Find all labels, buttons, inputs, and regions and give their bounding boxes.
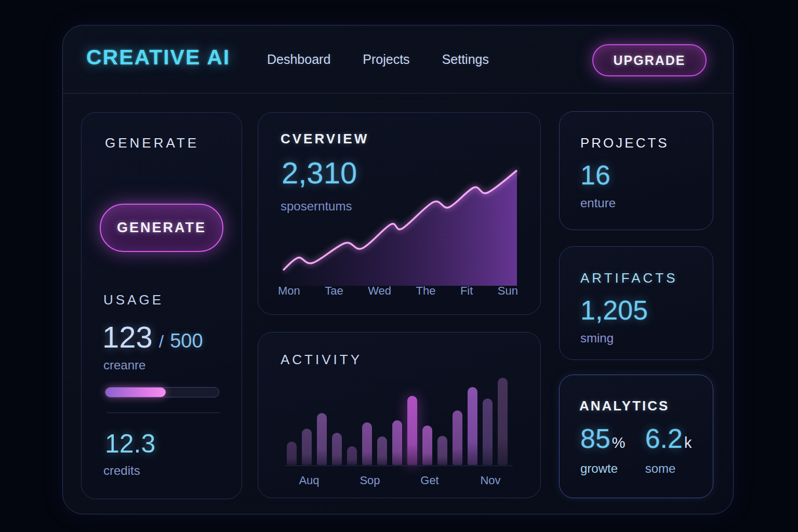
activity-bar (407, 396, 417, 465)
generate-panel: GENERATE GENERATE USAGE 123 / 500 creanr… (81, 112, 242, 499)
header-divider (63, 93, 733, 94)
credits-value: 12.3 (105, 429, 155, 459)
usage-progress-bar (105, 387, 219, 397)
activity-card: ACTIVITY Auq Sop Get Nov (258, 332, 541, 498)
analytics-title: ANALYTICS (579, 398, 669, 414)
activity-bar (483, 398, 493, 465)
growth-unit: % (612, 434, 626, 451)
artifacts-value: 1,205 (580, 295, 648, 326)
usage-counter: 123 / 500 (102, 320, 203, 354)
main-nav: Deshboard Projects Settings (267, 25, 489, 93)
projects-value: 16 (580, 159, 610, 191)
nav-item-settings[interactable]: Settings (442, 52, 489, 67)
artifacts-stat-card: ARTIFACTS 1,205 sming (559, 246, 713, 360)
artifacts-caption: sming (580, 331, 614, 345)
growth-metric: 85 % growte (580, 423, 626, 476)
nav-item-dashboard[interactable]: Deshboard (267, 52, 330, 67)
overview-caption: sposerntums (281, 199, 352, 214)
activity-bar (347, 446, 357, 465)
upgrade-button[interactable]: UPGRADE (592, 44, 707, 76)
x-label-fri: Fit (460, 284, 473, 298)
projects-stat-card: PROJECTS 16 enture (559, 111, 713, 230)
activity-bar (302, 429, 312, 465)
projects-title: PROJECTS (580, 135, 669, 151)
usage-title: USAGE (103, 292, 164, 308)
activity-bar (332, 433, 342, 465)
month-label-sep: Sop (360, 474, 380, 487)
generate-panel-title: GENERATE (105, 135, 199, 151)
activity-baseline (284, 466, 513, 466)
activity-bar (468, 387, 477, 465)
projects-caption: enture (580, 196, 616, 210)
activity-bar (362, 422, 372, 465)
usage-divider (107, 413, 220, 413)
growth-label: growte (580, 461, 626, 476)
volume-value: 6.2 (645, 423, 683, 454)
artifacts-title: ARTIFACTS (580, 270, 678, 286)
activity-title: ACTIVITY (281, 352, 362, 368)
activity-bar (422, 425, 432, 465)
activity-bar (392, 420, 402, 465)
overview-value: 2,310 (282, 155, 357, 190)
volume-unit: k (684, 434, 692, 451)
activity-bar (453, 410, 462, 465)
activity-bar (498, 378, 508, 465)
growth-value: 85 (580, 423, 610, 454)
month-label-nov: Nov (480, 474, 500, 487)
volume-label: some (645, 461, 692, 476)
dashboard-window: CREATIVE AI Deshboard Projects Settings … (62, 25, 734, 514)
header: CREATIVE AI Deshboard Projects Settings … (63, 25, 733, 93)
usage-separator: / (159, 331, 164, 352)
usage-caption: creanre (103, 358, 145, 373)
usage-total-value: 500 (170, 330, 203, 352)
overview-x-axis: Mon Tae Wed The Fit Sun (278, 284, 518, 298)
x-label-mon: Mon (278, 284, 300, 298)
usage-progress-fill (105, 388, 166, 397)
credits-label: credits (103, 463, 140, 478)
overview-title: CVERVIEW (281, 131, 369, 147)
month-label-aug: Auq (299, 474, 319, 487)
analytics-metrics: 85 % growte 6.2 k some (580, 423, 691, 476)
x-label-tue: Tae (325, 284, 343, 298)
activity-bar (437, 436, 447, 465)
activity-bar (287, 442, 297, 465)
x-label-wed: Wed (368, 284, 391, 298)
volume-metric: 6.2 k some (645, 423, 692, 476)
x-label-thu: The (416, 284, 436, 298)
app-logo: CREATIVE AI (86, 45, 230, 70)
month-label-oct: Get (420, 474, 438, 487)
activity-bar (317, 413, 327, 465)
usage-used-value: 123 (102, 320, 153, 354)
activity-bar-chart (287, 377, 510, 465)
analytics-card: ANALYTICS 85 % growte 6.2 k some (559, 375, 713, 498)
generate-button[interactable]: GENERATE (100, 204, 223, 252)
x-label-sun: Sun (498, 284, 518, 298)
nav-item-projects[interactable]: Projects (363, 52, 409, 67)
overview-card: CVERVIEW 2,310 sposerntums Mon Tae Wed T… (258, 112, 541, 315)
activity-bar (377, 436, 387, 465)
